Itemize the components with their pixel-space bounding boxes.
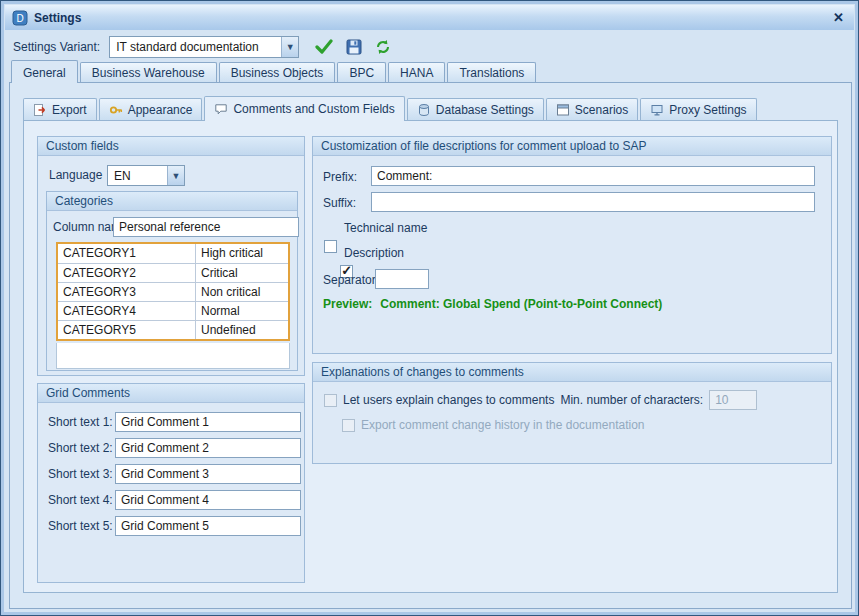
app-icon: D xyxy=(12,10,28,26)
preview-label: Preview: xyxy=(323,297,372,311)
grid-comments-body: Short text 1: Short text 2: Short text 3… xyxy=(38,403,304,536)
tab-appearance-label: Appearance xyxy=(128,103,193,117)
refresh-icon[interactable] xyxy=(375,39,391,55)
tab-business-warehouse[interactable]: Business Warehouse xyxy=(80,62,217,82)
settings-window: D Settings ✕ Settings Variant: IT standa… xyxy=(0,0,859,616)
suffix-label: Suffix: xyxy=(323,196,356,210)
short-text-label: Short text 5: xyxy=(48,519,115,533)
settings-variant-value: IT standard documentation xyxy=(110,37,281,57)
variant-row: Settings Variant: IT standard documentat… xyxy=(13,35,391,59)
category-value-cell[interactable]: Non critical xyxy=(196,283,288,301)
explanations-group: Explanations of changes to comments Let … xyxy=(312,362,832,464)
min-chars-label: Min. number of characters: xyxy=(560,393,703,407)
language-select[interactable]: EN ▼ xyxy=(107,165,185,186)
window-title: Settings xyxy=(34,11,81,25)
technical-name-checkbox[interactable] xyxy=(324,240,337,253)
category-value-cell[interactable]: Normal xyxy=(196,302,288,320)
svg-text:D: D xyxy=(16,13,23,24)
tab-general[interactable]: General xyxy=(11,60,78,83)
list-item: Short text 3: xyxy=(48,464,304,484)
settings-variant-select[interactable]: IT standard documentation ▼ xyxy=(109,36,299,58)
export-history-checkbox xyxy=(342,419,355,432)
tab-scenarios[interactable]: Scenarios xyxy=(546,98,638,120)
tab-comments-custom-fields[interactable]: Comments and Custom Fields xyxy=(204,96,404,121)
table-row[interactable]: CATEGORY3 Non critical xyxy=(58,282,288,301)
tab-database-settings[interactable]: Database Settings xyxy=(407,98,544,120)
category-value-cell[interactable]: Critical xyxy=(196,264,288,282)
short-text-input[interactable] xyxy=(115,490,301,510)
prefix-label: Prefix: xyxy=(323,170,357,184)
list-item: Short text 2: xyxy=(48,438,304,458)
tab-appearance[interactable]: Appearance xyxy=(99,98,203,120)
category-key-cell[interactable]: CATEGORY1 xyxy=(58,244,196,263)
database-icon xyxy=(417,103,431,117)
list-item: Short text 4: xyxy=(48,490,304,510)
categories-table: CATEGORY1 High critical CATEGORY2 Critic… xyxy=(56,242,290,341)
grid-comments-header: Grid Comments xyxy=(38,384,304,403)
category-key-cell[interactable]: CATEGORY2 xyxy=(58,264,196,282)
tab-proxy-settings[interactable]: Proxy Settings xyxy=(640,98,756,120)
comment-bubble-icon xyxy=(214,102,228,116)
sub-tab-bar: Export Appearance Comments and Custom Fi… xyxy=(23,98,759,120)
min-chars-input xyxy=(709,390,757,410)
let-users-checkbox[interactable] xyxy=(324,394,337,407)
export-history-row: Export comment change history in the doc… xyxy=(342,418,645,432)
prefix-input[interactable] xyxy=(371,166,815,186)
table-row[interactable]: CATEGORY5 Undefined xyxy=(58,320,288,339)
tab-business-objects[interactable]: Business Objects xyxy=(219,62,336,82)
proxy-monitor-icon xyxy=(650,103,664,117)
tab-export[interactable]: Export xyxy=(23,98,97,120)
custom-fields-header: Custom fields xyxy=(38,137,304,156)
short-text-label: Short text 3: xyxy=(48,467,115,481)
list-item: Short text 5: xyxy=(48,516,304,536)
category-value-cell[interactable]: High critical xyxy=(196,244,288,263)
tab-translations[interactable]: Translations xyxy=(447,62,536,82)
technical-name-label: Technical name xyxy=(344,221,427,235)
tab-comments-custom-fields-label: Comments and Custom Fields xyxy=(233,102,394,116)
table-row[interactable]: CATEGORY2 Critical xyxy=(58,263,288,282)
explanations-header: Explanations of changes to comments xyxy=(313,363,831,382)
preview-value: Comment: Global Spend (Point-to-Point Co… xyxy=(380,297,662,311)
suffix-input[interactable] xyxy=(371,192,815,212)
separator-label: Separator: xyxy=(323,273,379,287)
categories-header: Categories xyxy=(47,192,297,211)
short-text-input[interactable] xyxy=(115,438,301,458)
column-name-input[interactable] xyxy=(113,217,299,237)
short-text-input[interactable] xyxy=(115,464,301,484)
main-tab-bar: General Business Warehouse Business Obje… xyxy=(11,62,538,82)
short-text-input[interactable] xyxy=(115,516,301,536)
tab-proxy-settings-label: Proxy Settings xyxy=(669,103,746,117)
custom-fields-group: Custom fields Language EN ▼ Categories C… xyxy=(37,136,305,376)
preview-row: Preview:Comment: Global Spend (Point-to-… xyxy=(323,297,662,311)
short-text-label: Short text 1: xyxy=(48,415,115,429)
category-key-cell[interactable]: CATEGORY5 xyxy=(58,321,196,339)
close-button[interactable]: ✕ xyxy=(830,10,847,25)
titlebar: D Settings ✕ xyxy=(5,5,854,30)
category-key-cell[interactable]: CATEGORY4 xyxy=(58,302,196,320)
tab-hana[interactable]: HANA xyxy=(388,62,445,82)
short-text-label: Short text 2: xyxy=(48,441,115,455)
comments-custom-fields-panel: Custom fields Language EN ▼ Categories C… xyxy=(23,120,838,593)
language-label: Language xyxy=(49,168,102,182)
grid-comments-group: Grid Comments Short text 1: Short text 2… xyxy=(37,383,305,583)
table-row[interactable]: CATEGORY1 High critical xyxy=(58,244,288,263)
tab-bpc[interactable]: BPC xyxy=(337,62,386,82)
categories-table-empty-area[interactable] xyxy=(56,343,290,369)
save-icon[interactable] xyxy=(346,39,362,55)
variant-toolbar xyxy=(315,39,391,55)
category-value-cell[interactable]: Undefined xyxy=(196,321,288,339)
variant-label: Settings Variant: xyxy=(13,40,100,54)
list-item: Short text 1: xyxy=(48,412,304,432)
table-row[interactable]: CATEGORY4 Normal xyxy=(58,301,288,320)
category-key-cell[interactable]: CATEGORY3 xyxy=(58,283,196,301)
apply-check-icon[interactable] xyxy=(315,39,333,55)
separator-input[interactable] xyxy=(375,269,429,289)
chevron-down-icon[interactable]: ▼ xyxy=(281,37,298,57)
tab-database-settings-label: Database Settings xyxy=(436,103,534,117)
chevron-down-icon[interactable]: ▼ xyxy=(167,166,184,185)
tab-scenarios-label: Scenarios xyxy=(575,103,628,117)
let-users-row: Let users explain changes to comments Mi… xyxy=(324,390,757,410)
export-history-label: Export comment change history in the doc… xyxy=(361,418,645,432)
categories-group: Categories Column name: CATEGORY1 High c… xyxy=(46,191,298,371)
short-text-input[interactable] xyxy=(115,412,301,432)
